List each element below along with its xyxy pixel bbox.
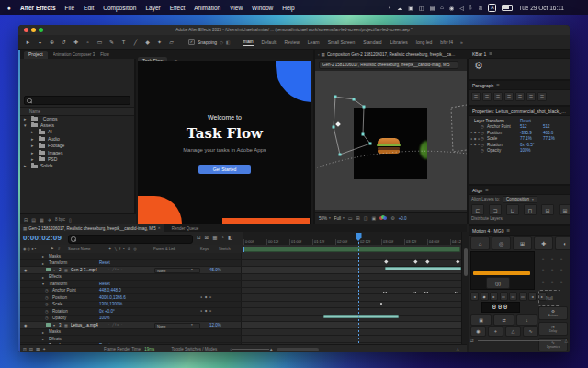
stopwatch-icon[interactable]: ◷ (481, 136, 484, 141)
timeline-row[interactable]: ▸ Transform Reset (20, 260, 461, 268)
horizontal-scrollbar[interactable] (277, 348, 319, 351)
property-value-x[interactable]: 0x -6.5° (520, 143, 535, 147)
toggle-switches-label[interactable]: Toggle Switches / Modes (171, 347, 217, 351)
track-lane[interactable] (241, 253, 462, 259)
paragraph-align-button[interactable]: ☰ (493, 92, 503, 101)
track-lane[interactable] (241, 260, 462, 267)
paragraph-align-button[interactable]: ☰ (482, 92, 492, 101)
project-tree-item[interactable]: ▾ Assets (20, 121, 134, 128)
timeline-row[interactable]: ▸ Effects (20, 336, 461, 343)
row-label[interactable]: Rotation (52, 309, 68, 314)
tab-flow[interactable]: Flow (100, 52, 109, 57)
row-label[interactable]: Effects (49, 337, 62, 341)
align-button[interactable]: ⊐ (489, 204, 502, 215)
workspace-tab[interactable]: Default (262, 40, 277, 45)
property-value-x[interactable]: -395.9 (520, 131, 532, 135)
parent-link-column-label[interactable]: Parent & Link (153, 247, 175, 251)
align-button[interactable]: ⊞ (559, 204, 570, 215)
timeline-row[interactable]: ◉ ▾ 3 ▦ Lettus_..a.mp4 · ╱fx · None ▾ 12… (20, 322, 461, 329)
project-tree-item[interactable]: ▸ Footage (20, 143, 134, 149)
keyframe-nav-icons[interactable]: ◂ ◆ ▸ (200, 309, 212, 313)
zoom-window-button[interactable] (39, 28, 43, 32)
bluetooth-icon[interactable]: ᛒ (469, 5, 473, 10)
tool-icon[interactable]: ◆ (143, 39, 152, 45)
stopwatch-icon[interactable]: ◷ (481, 124, 484, 129)
kbar-title[interactable]: KBar 1 (472, 52, 486, 57)
status-icon-d[interactable]: ✦ (42, 347, 46, 351)
scrollbar-thumb[interactable] (464, 248, 468, 276)
twirl-icon[interactable]: ▸ (31, 136, 34, 142)
project-tree-item[interactable]: ▸ Images (20, 149, 134, 155)
stopwatch-icon[interactable]: ◷ (481, 131, 484, 135)
tool-icon[interactable]: ► (24, 40, 32, 45)
track-lane[interactable] (241, 329, 462, 336)
timeline-row[interactable]: ◷ Opacity 100% (20, 316, 461, 323)
property-value-x[interactable]: 100% (520, 148, 531, 153)
track-lane[interactable] (241, 316, 462, 322)
stopwatch-icon[interactable]: ◷ (481, 143, 484, 147)
motion-stepper-button[interactable]: ◂ (528, 292, 537, 301)
track-lane[interactable] (241, 288, 462, 294)
align-button[interactable]: ⊓ (524, 204, 537, 215)
track-lane[interactable] (241, 274, 462, 281)
panel-menu-icon[interactable]: ☰ (506, 228, 510, 233)
motion-stepper-button[interactable]: ▭ (509, 292, 517, 301)
layer-switches[interactable]: · ╱fx · (108, 323, 123, 327)
paragraph-align-button[interactable]: ☰ (504, 92, 514, 101)
new-composition-icon[interactable]: ▦ (40, 217, 44, 223)
workspace-tab[interactable]: Learn (308, 40, 320, 45)
menu-view[interactable]: View (230, 5, 243, 11)
row-label[interactable]: Opacity (52, 316, 66, 320)
motion-orange-slider[interactable] (473, 271, 530, 275)
viewer-viewport[interactable] (315, 71, 467, 210)
status-icon-a[interactable]: ⊟ (23, 347, 27, 351)
motion-wide-button[interactable]: ▣ (470, 314, 492, 326)
row-label[interactable]: Scale (52, 302, 62, 306)
taskflow-composition-view[interactable]: Welcome to Task Flow Manage your tasks i… (138, 61, 311, 224)
tool-icon[interactable]: ↺ (60, 39, 68, 45)
panel-menu-icon[interactable]: ☰ (496, 83, 500, 87)
timeline-option-icon[interactable]: ◔ (220, 235, 223, 240)
zoom-in-mountain-icon[interactable]: ▲ (269, 347, 273, 351)
tool-icon[interactable]: ✦ (155, 39, 164, 45)
eye-icon[interactable]: ◉ (24, 323, 28, 328)
motion-tool-button[interactable]: ◖ (555, 236, 570, 250)
row-label[interactable]: Position (52, 295, 67, 300)
twirl-icon[interactable]: ▾ (53, 268, 55, 272)
motion-stepper-button[interactable]: ▭ (519, 292, 527, 301)
zoom-level-dropdown[interactable]: 50%▾ (319, 216, 331, 221)
motion-y-button[interactable]: (y) (486, 277, 510, 289)
property-value[interactable]: 100% (99, 316, 110, 320)
timeline-row[interactable]: ▸ Masks (20, 329, 461, 337)
project-tree-item[interactable]: ▸ Audio (20, 135, 134, 142)
source-name-column-label[interactable]: Source Name (68, 247, 90, 251)
new-folder-icon[interactable]: ▤ (31, 217, 36, 223)
workspace-tab[interactable]: Libraries (390, 40, 408, 45)
display-icon[interactable]: ▤ (430, 5, 435, 11)
property-value[interactable]: 4000.0,1366.6 (99, 295, 126, 300)
timeline-zoom-slider[interactable] (232, 349, 269, 350)
twirl-icon[interactable]: ▾ (42, 282, 44, 286)
tool-icon[interactable]: T (119, 40, 128, 45)
motion-small-button[interactable]: ⌖ (488, 326, 503, 337)
shuffle-icon[interactable]: ⇄ (470, 339, 474, 343)
paragraph-align-button[interactable]: ☰ (471, 92, 481, 101)
workspace-tab[interactable]: Review (284, 40, 299, 45)
twirl-icon[interactable]: ▸ (24, 163, 27, 168)
menu-effect[interactable]: Effect (170, 5, 186, 11)
snap-option-icon[interactable]: ◇ (220, 40, 223, 45)
motion-small-button[interactable]: ∿ (523, 326, 538, 337)
status-icon-c[interactable]: ▦ (36, 347, 40, 351)
wifi-icon[interactable]: ≋ (478, 5, 482, 11)
gear-icon[interactable]: ⚙ (390, 215, 394, 221)
motion-tool-button[interactable]: ⌂ (470, 236, 490, 250)
property-value-x[interactable]: 512 (520, 124, 527, 129)
work-area-in-marker[interactable] (243, 247, 244, 252)
align-button[interactable]: ⊔ (506, 204, 519, 215)
comp-breadcrumb-chip[interactable]: Gen-2 1581206017, Realistic cheeseburg, … (319, 61, 458, 69)
reset-link[interactable]: Reset (99, 260, 110, 265)
panel-menu-icon[interactable]: ☰ (485, 188, 489, 192)
comp-marker-icon[interactable]: △ (457, 347, 459, 351)
time-ruler[interactable]: 0:00f00:12f01:00f01:12f02:00f02:12f03:00… (243, 232, 462, 245)
motion-tool-button[interactable]: ⊞ (513, 236, 532, 250)
